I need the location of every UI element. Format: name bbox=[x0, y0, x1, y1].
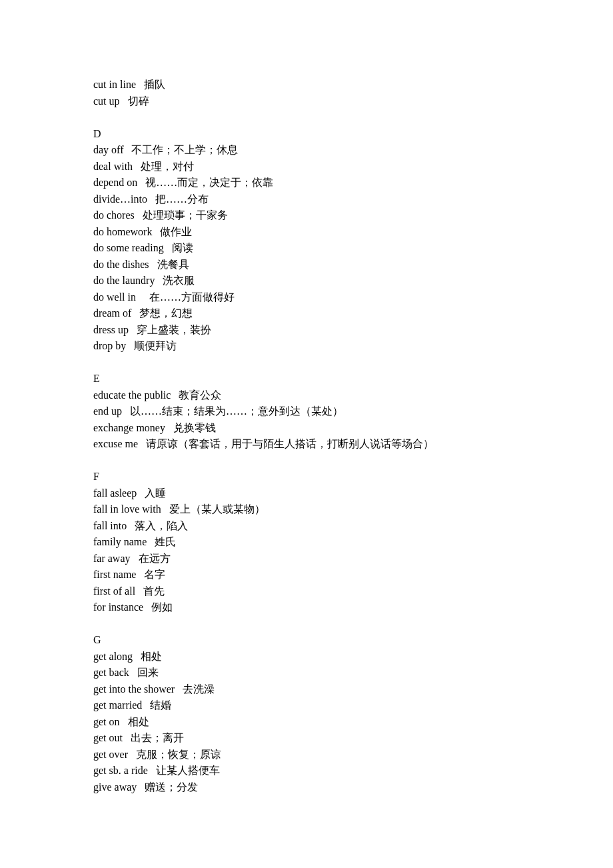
entry-separator bbox=[149, 259, 157, 270]
entry-chinese: 把……分布 bbox=[155, 193, 209, 205]
entry-chinese: 入睡 bbox=[145, 487, 166, 499]
vocabulary-entry: get into the shower 去洗澡 bbox=[93, 681, 520, 698]
vocabulary-entry: do homework 做作业 bbox=[93, 224, 520, 241]
entry-separator bbox=[122, 405, 130, 417]
entry-english: first of all bbox=[93, 585, 135, 597]
entry-chinese: 以……结束；结果为……；意外到达（某处） bbox=[130, 405, 343, 417]
entry-english: fall in love with bbox=[93, 503, 161, 515]
entry-separator bbox=[165, 422, 173, 433]
entry-separator bbox=[123, 144, 131, 155]
entry-english: family name bbox=[93, 536, 147, 547]
entry-separator bbox=[147, 536, 155, 547]
vocabulary-entry: day off 不工作；不上学；休息 bbox=[93, 142, 520, 159]
entry-english: give away bbox=[93, 781, 137, 793]
entry-chinese: 处理琐事；干家务 bbox=[143, 209, 228, 221]
vocabulary-entry: do some reading 阅读 bbox=[93, 240, 520, 257]
entry-separator bbox=[128, 749, 136, 760]
entry-english: divide…into bbox=[93, 193, 147, 205]
entry-separator bbox=[135, 585, 143, 597]
entry-separator bbox=[171, 389, 179, 401]
vocabulary-entry: cut up 切碎 bbox=[93, 93, 520, 110]
entry-chinese: 相处 bbox=[141, 651, 162, 662]
entry-separator bbox=[129, 667, 137, 678]
entry-separator bbox=[133, 651, 141, 662]
entry-english: get along bbox=[93, 651, 133, 662]
entry-separator bbox=[120, 716, 128, 727]
vocabulary-entry: dream of 梦想，幻想 bbox=[93, 305, 520, 322]
vocabulary-entry: get along 相处 bbox=[93, 649, 520, 665]
entry-separator bbox=[155, 275, 163, 286]
entry-chinese: 穿上盛装，装扮 bbox=[137, 324, 211, 335]
vocabulary-entry: fall into 落入，陷入 bbox=[93, 518, 520, 535]
entry-english: fall into bbox=[93, 520, 127, 531]
entry-english: do the laundry bbox=[93, 275, 155, 286]
entry-chinese: 相处 bbox=[128, 716, 149, 727]
entry-english: fall asleep bbox=[93, 487, 137, 499]
entry-english: end up bbox=[93, 405, 122, 417]
entry-separator bbox=[164, 242, 172, 253]
entry-english: drop by bbox=[93, 340, 126, 351]
entry-separator bbox=[131, 553, 139, 564]
vocabulary-entry: first of all 首先 bbox=[93, 583, 520, 600]
vocabulary-entry: do the dishes 洗餐具 bbox=[93, 257, 520, 273]
entry-english: do homework bbox=[93, 226, 152, 237]
section-header: E bbox=[93, 371, 520, 387]
entry-separator bbox=[138, 438, 146, 449]
entry-separator bbox=[137, 177, 145, 188]
entry-chinese: 赠送；分发 bbox=[145, 781, 198, 793]
entry-separator bbox=[161, 503, 169, 515]
entry-english: do some reading bbox=[93, 242, 164, 253]
entry-chinese: 让某人搭便车 bbox=[156, 765, 220, 776]
vocabulary-entry: for instance 例如 bbox=[93, 599, 520, 616]
entry-english: dream of bbox=[93, 307, 131, 319]
vocabulary-entry: do the laundry 洗衣服 bbox=[93, 273, 520, 289]
entry-english: deal with bbox=[93, 161, 133, 172]
vocabulary-entry: do chores 处理琐事；干家务 bbox=[93, 207, 520, 224]
entry-chinese: 梦想，幻想 bbox=[139, 307, 193, 319]
entry-english: for instance bbox=[93, 601, 143, 613]
entry-chinese: 洗餐具 bbox=[157, 259, 189, 270]
section-header: G bbox=[93, 632, 520, 649]
vocabulary-entry: depend on 视……而定，决定于；依靠 bbox=[93, 175, 520, 191]
entry-separator bbox=[120, 95, 128, 107]
section-header: D bbox=[93, 126, 520, 143]
entry-english: day off bbox=[93, 144, 123, 155]
entry-separator bbox=[152, 226, 160, 237]
entry-english: get into the shower bbox=[93, 683, 175, 695]
vocabulary-entry: give away 赠送；分发 bbox=[93, 779, 520, 796]
entry-english: get married bbox=[93, 699, 142, 711]
entry-separator bbox=[131, 307, 139, 319]
entry-separator bbox=[136, 569, 144, 580]
entry-chinese: 洗衣服 bbox=[163, 275, 195, 286]
entry-separator bbox=[148, 765, 156, 776]
vocabulary-entry: divide…into 把……分布 bbox=[93, 191, 520, 208]
entry-english: excuse me bbox=[93, 438, 138, 449]
entry-english: get on bbox=[93, 716, 120, 727]
entry-separator bbox=[135, 209, 143, 221]
vocabulary-entry: excuse me 请原谅（客套话，用于与陌生人搭话，打断别人说话等场合） bbox=[93, 436, 520, 453]
entry-english: educate the public bbox=[93, 389, 171, 401]
document-page: cut in line 插队cut up 切碎Dday off 不工作；不上学；… bbox=[0, 0, 613, 795]
vocabulary-entry: get married 结婚 bbox=[93, 697, 520, 714]
entry-chinese: 切碎 bbox=[128, 95, 149, 107]
vocabulary-entry: get back 回来 bbox=[93, 665, 520, 681]
entry-chinese: 阅读 bbox=[172, 242, 193, 253]
vocabulary-entry: exchange money 兑换零钱 bbox=[93, 420, 520, 437]
entry-separator bbox=[137, 781, 145, 793]
entry-english: depend on bbox=[93, 177, 137, 188]
entry-separator bbox=[123, 732, 131, 743]
vocabulary-entry: family name 姓氏 bbox=[93, 534, 520, 551]
vocabulary-entry: fall asleep 入睡 bbox=[93, 485, 520, 502]
vocabulary-entry: deal with 处理，对付 bbox=[93, 159, 520, 175]
entry-english: far away bbox=[93, 553, 131, 564]
entry-english: cut in line bbox=[93, 79, 136, 90]
entry-separator bbox=[129, 324, 137, 335]
entry-chinese: 姓氏 bbox=[155, 536, 176, 547]
section-header: F bbox=[93, 469, 520, 485]
entry-chinese: 教育公众 bbox=[179, 389, 221, 401]
entry-english: first name bbox=[93, 569, 136, 580]
entry-separator bbox=[147, 193, 155, 205]
entry-english: get back bbox=[93, 667, 129, 678]
entry-chinese: 名字 bbox=[144, 569, 165, 580]
entry-chinese: 结婚 bbox=[150, 699, 171, 711]
